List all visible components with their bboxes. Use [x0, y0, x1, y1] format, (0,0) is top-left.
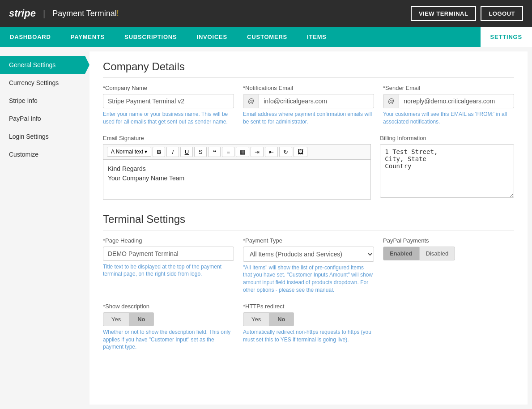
toolbar-font-format-btn[interactable]: A Normal text ▾: [107, 147, 151, 157]
billing-info-group: Billing Information 1 Test Street, City,…: [380, 135, 514, 200]
email-signature-line1: Kind Regards: [108, 164, 366, 174]
main-container: General Settings Currency Settings Strip…: [0, 47, 532, 409]
toolbar-bold-btn[interactable]: B: [153, 147, 165, 157]
payment-type-select[interactable]: All Items (Products and Services) Custom…: [243, 247, 374, 262]
nav-item-subscriptions[interactable]: SUBSCRIPTIONS: [115, 27, 187, 47]
sender-email-label: *Sender Email: [383, 85, 514, 91]
terminal-form-row2-spacer: [383, 303, 514, 351]
toolbar-underline-btn[interactable]: U: [180, 147, 193, 157]
toolbar-outdent-btn[interactable]: ⇤: [265, 147, 278, 157]
toolbar-image-btn[interactable]: 🖼: [294, 147, 307, 157]
sidebar-item-paypal[interactable]: PayPal Info: [0, 110, 89, 128]
notifications-email-label: *Notifications Email: [243, 85, 374, 91]
terminal-settings-title: Terminal Settings: [103, 213, 514, 230]
notifications-email-input[interactable]: [259, 94, 374, 108]
sender-email-wrapper: @: [383, 94, 514, 108]
company-form-row2: Email Signature A Normal text ▾ B I U S …: [103, 135, 514, 200]
nav-item-settings[interactable]: SETTINGS: [481, 27, 532, 47]
terminal-form-row2: *Show description Yes No Whether or not …: [103, 303, 514, 351]
paypal-payments-group: PayPal Payments Enabled Disabled: [383, 237, 514, 294]
show-description-group: *Show description Yes No Whether or not …: [103, 303, 234, 351]
header-left: stripe | Payment Terminal!: [9, 8, 119, 19]
header-divider: |: [43, 9, 45, 19]
terminal-settings-section: Terminal Settings *Page Heading Title te…: [103, 213, 514, 351]
notifications-email-group: *Notifications Email @ Email address whe…: [243, 85, 374, 126]
paypal-toggle: Enabled Disabled: [383, 247, 514, 260]
nav-item-items[interactable]: ITEMS: [297, 27, 336, 47]
page-heading-group: *Page Heading Title text to be displayed…: [103, 237, 234, 294]
payment-type-hint: "All Items" will show the list of pre-co…: [243, 264, 374, 294]
email-signature-line2: Your Company Name Team: [108, 174, 366, 183]
sidebar-item-general[interactable]: General Settings: [0, 56, 89, 74]
payment-type-label: *Payment Type: [243, 237, 374, 244]
sidebar-item-stripe[interactable]: Stripe Info: [0, 92, 89, 110]
company-name-group: *Company Name Enter your name or your bu…: [103, 85, 234, 126]
https-yes-button[interactable]: Yes: [243, 312, 269, 326]
stripe-logo: stripe: [9, 8, 36, 19]
sender-email-group: *Sender Email @ Your customers will see …: [383, 85, 514, 126]
notifications-email-hint: Email address where payment confirmation…: [243, 111, 374, 126]
paypal-payments-label: PayPal Payments: [383, 237, 514, 244]
notifications-email-wrapper: @: [243, 94, 374, 108]
main-nav: DASHBOARD PAYMENTS SUBSCRIPTIONS INVOICE…: [0, 27, 532, 47]
payment-type-group: *Payment Type All Items (Products and Se…: [243, 237, 374, 294]
sender-email-hint: Your customers will see this EMAIL as 'F…: [383, 111, 514, 126]
show-description-label: *Show description: [103, 303, 234, 310]
page-heading-label: *Page Heading: [103, 237, 234, 244]
company-name-label: *Company Name: [103, 85, 234, 91]
show-description-hint: Whether or not to show the description f…: [103, 328, 234, 351]
https-no-button[interactable]: No: [269, 312, 294, 326]
https-redirect-group: *HTTPs redirect Yes No Automatically red…: [243, 303, 374, 351]
company-name-input[interactable]: [103, 94, 234, 108]
header-buttons: VIEW TERMINAL LOGOUT: [411, 6, 523, 21]
toolbar-list-ol-btn[interactable]: ▦: [236, 147, 249, 157]
https-redirect-toggle: Yes No: [243, 312, 374, 326]
https-redirect-hint: Automatically redirect non-https request…: [243, 328, 374, 344]
show-description-no-button[interactable]: No: [129, 312, 153, 326]
nav-item-invoices[interactable]: INVOICES: [187, 27, 238, 47]
sidebar-item-customize[interactable]: Customize: [0, 145, 89, 163]
toolbar-italic-btn[interactable]: I: [166, 147, 179, 157]
toolbar-indent-btn[interactable]: ⇥: [251, 147, 264, 157]
sender-email-prefix: @: [383, 94, 399, 108]
paypal-disabled-button[interactable]: Disabled: [419, 247, 455, 260]
notifications-email-prefix: @: [243, 94, 259, 108]
app-title: Payment Terminal!: [52, 9, 119, 18]
paypal-enabled-button[interactable]: Enabled: [383, 247, 419, 260]
toolbar-redo-btn[interactable]: ↻: [279, 147, 292, 157]
logout-button[interactable]: LOGOUT: [481, 6, 523, 21]
email-signature-editor[interactable]: Kind Regards Your Company Name Team: [103, 159, 371, 200]
https-redirect-label: *HTTPs redirect: [243, 303, 374, 310]
sidebar-item-login[interactable]: Login Settings: [0, 128, 89, 145]
nav-item-dashboard[interactable]: DASHBOARD: [0, 27, 61, 47]
company-name-hint: Enter your name or your business name. T…: [103, 111, 234, 126]
content-area: Company Details *Company Name Enter your…: [89, 51, 528, 405]
billing-info-textarea[interactable]: 1 Test Street, City, State Country: [380, 144, 514, 198]
toolbar-list-ul-btn[interactable]: ≡: [222, 147, 234, 157]
toolbar-quote-btn[interactable]: ❝: [208, 147, 221, 157]
company-form-row1: *Company Name Enter your name or your bu…: [103, 85, 514, 126]
billing-info-label: Billing Information: [380, 135, 514, 141]
terminal-form-row1: *Page Heading Title text to be displayed…: [103, 237, 514, 294]
email-signature-group: Email Signature A Normal text ▾ B I U S …: [103, 135, 371, 200]
toolbar-strikethrough-btn[interactable]: S: [194, 147, 207, 157]
email-signature-label: Email Signature: [103, 135, 371, 141]
view-terminal-button[interactable]: VIEW TERMINAL: [411, 6, 477, 21]
sidebar: General Settings Currency Settings Strip…: [0, 47, 89, 409]
company-details-title: Company Details: [103, 60, 514, 78]
show-description-yes-button[interactable]: Yes: [103, 312, 129, 326]
page-heading-hint: Title text to be displayed at the top of…: [103, 263, 234, 278]
header: stripe | Payment Terminal! VIEW TERMINAL…: [0, 0, 532, 27]
show-description-toggle: Yes No: [103, 312, 234, 326]
page-heading-input[interactable]: [103, 247, 234, 261]
sidebar-item-currency[interactable]: Currency Settings: [0, 74, 89, 92]
nav-item-customers[interactable]: CUSTOMERS: [237, 27, 297, 47]
sender-email-input[interactable]: [399, 94, 514, 108]
editor-toolbar: A Normal text ▾ B I U S ❝ ≡ ▦ ⇥ ⇤ ↻ 🖼: [103, 144, 371, 159]
nav-item-payments[interactable]: PAYMENTS: [61, 27, 115, 47]
